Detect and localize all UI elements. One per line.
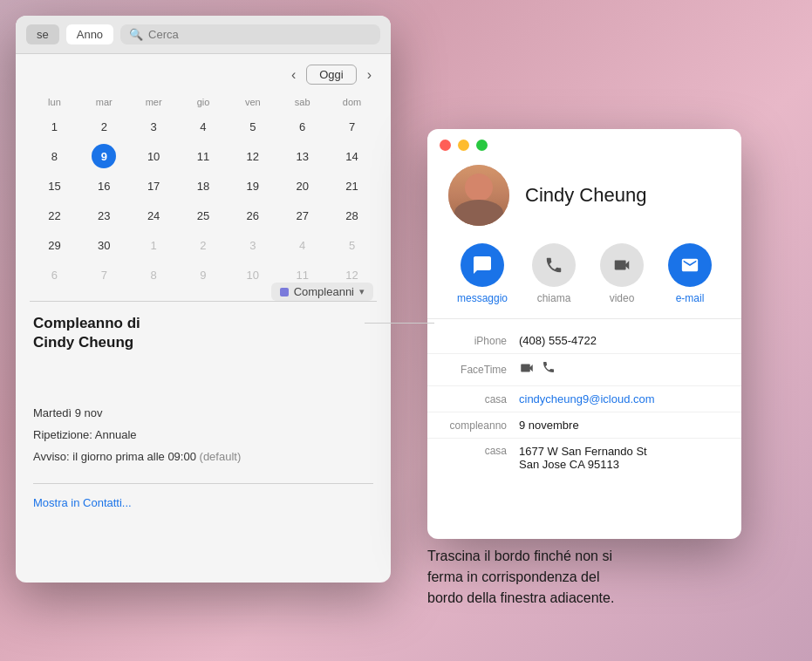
cal-day[interactable]: 12: [241, 144, 265, 168]
cal-day-other[interactable]: 9: [191, 262, 215, 287]
cal-day[interactable]: 23: [92, 203, 116, 228]
cal-day-other[interactable]: 1: [141, 233, 166, 257]
event-repeat: Ripetizione: Annuale: [33, 425, 373, 446]
nav-row: ‹ Oggi ›: [30, 65, 377, 85]
cal-day[interactable]: 7: [340, 114, 365, 139]
toolbar-tab-anno[interactable]: Anno: [66, 24, 113, 44]
cal-day[interactable]: 30: [92, 233, 116, 257]
cal-day[interactable]: 29: [42, 233, 66, 257]
detail-label-email: casa: [445, 393, 519, 405]
detail-row-facetime: FaceTime: [427, 354, 741, 386]
day-header-mar: mar: [79, 97, 129, 107]
cal-day-today[interactable]: 9: [92, 144, 116, 168]
event-date: Martedì 9 nov: [33, 403, 373, 425]
cal-day-other[interactable]: 4: [290, 233, 315, 257]
calendar-window: se Anno 🔍 ‹ Oggi › lun mar mer gio ven s…: [16, 16, 391, 583]
day-header-lun: lun: [30, 97, 79, 107]
detail-label-iphone: iPhone: [445, 335, 519, 347]
prev-month-button[interactable]: ‹: [286, 65, 301, 85]
calendar-grid: lun mar mer gio ven sab dom 1 2 3 4 5 6 …: [30, 97, 377, 289]
cal-day[interactable]: 11: [191, 144, 215, 168]
detail-value-address: 1677 W San Fernando St San Jose CA 95113: [519, 445, 724, 471]
event-badge[interactable]: Compleanni ▾: [271, 283, 373, 301]
call-button[interactable]: chiama: [532, 243, 576, 304]
cal-day[interactable]: 22: [42, 203, 66, 228]
cal-day[interactable]: 8: [42, 144, 66, 168]
email-label: e-mail: [676, 292, 705, 304]
cal-day-other[interactable]: 8: [141, 262, 166, 287]
contact-header: Cindy Cheung: [427, 158, 741, 243]
message-button[interactable]: messaggio: [457, 243, 508, 304]
calendar-week-5: 29 30 1 2 3 4 5: [30, 231, 377, 259]
cal-day[interactable]: 17: [141, 174, 166, 198]
cal-day[interactable]: 13: [290, 144, 315, 168]
cal-day-other[interactable]: 10: [241, 262, 265, 287]
event-divider: [33, 483, 373, 484]
cal-day[interactable]: 26: [241, 203, 265, 228]
video-button[interactable]: video: [600, 243, 644, 304]
day-header-gio: gio: [179, 97, 229, 107]
video-label: video: [610, 292, 635, 304]
calendar-week-4: 22 23 24 25 26 27 28: [30, 201, 377, 229]
avatar: [448, 165, 509, 226]
search-bar[interactable]: 🔍: [120, 24, 380, 44]
cal-day[interactable]: 18: [191, 174, 215, 198]
day-header-ven: ven: [228, 97, 277, 107]
cal-day[interactable]: 25: [191, 203, 215, 228]
action-buttons: messaggio chiama video: [427, 243, 741, 319]
day-header-dom: dom: [327, 97, 377, 107]
cal-day[interactable]: 10: [141, 144, 166, 168]
cal-day[interactable]: 4: [191, 114, 215, 139]
message-icon: [461, 243, 504, 287]
detail-value-email[interactable]: cindycheung9@icloud.com: [519, 392, 724, 405]
cal-day[interactable]: 28: [340, 203, 365, 228]
email-button[interactable]: e-mail: [668, 243, 712, 304]
event-section: Compleanno diCindy Cheung Compleanni ▾ M…: [30, 314, 377, 509]
calendar-week-1: 1 2 3 4 5 6 7: [30, 112, 377, 140]
calendar-week-3: 15 16 17 18 19 20 21: [30, 172, 377, 200]
cal-day[interactable]: 21: [340, 174, 365, 198]
facetime-audio-icon[interactable]: [542, 360, 556, 379]
call-label: chiama: [537, 292, 571, 304]
close-button[interactable]: [440, 140, 451, 151]
cal-day[interactable]: 20: [290, 174, 315, 198]
contact-window: Cindy Cheung messaggio chiama: [427, 129, 741, 539]
cal-day[interactable]: 5: [241, 114, 265, 139]
minimize-button[interactable]: [458, 140, 469, 151]
detail-value-birthday: 9 novembre: [519, 419, 724, 432]
cal-day[interactable]: 15: [42, 174, 66, 198]
cal-day[interactable]: 24: [141, 203, 166, 228]
calendar-header-row: lun mar mer gio ven sab dom: [30, 97, 377, 107]
day-header-mer: mer: [129, 97, 179, 107]
cal-day[interactable]: 6: [290, 114, 315, 139]
cal-day[interactable]: 14: [340, 144, 365, 168]
facetime-video-icon[interactable]: [519, 360, 535, 379]
cal-day-other[interactable]: 2: [191, 233, 215, 257]
next-month-button[interactable]: ›: [362, 65, 377, 85]
detail-row-address: casa 1677 W San Fernando St San Jose CA …: [427, 439, 741, 477]
show-in-contacts-link[interactable]: Mostra in Contatti...: [33, 496, 373, 509]
cal-day[interactable]: 16: [92, 174, 116, 198]
badge-dropdown-icon: ▾: [359, 286, 365, 297]
avatar-head: [465, 174, 493, 201]
toolbar-tab-se[interactable]: se: [26, 24, 59, 44]
caption-content: Trascina il bordo finché non si ferma in…: [427, 549, 614, 605]
cal-day-other[interactable]: 7: [92, 262, 116, 287]
cal-day[interactable]: 27: [290, 203, 315, 228]
calendar-week-2: 8 9 10 11 12 13 14: [30, 142, 377, 170]
connector-line: [365, 323, 434, 324]
event-default-label: (default): [200, 450, 242, 463]
event-notice: Avviso: il giorno prima alle 09:00 (defa…: [33, 446, 373, 468]
message-label: messaggio: [457, 292, 508, 304]
search-input[interactable]: [148, 28, 372, 41]
cal-day[interactable]: 2: [92, 114, 116, 139]
cal-day[interactable]: 19: [241, 174, 265, 198]
cal-day-other[interactable]: 6: [42, 262, 66, 287]
cal-day[interactable]: 3: [141, 114, 166, 139]
zoom-button[interactable]: [476, 140, 488, 151]
cal-day-other[interactable]: 5: [340, 233, 365, 257]
divider: [30, 301, 377, 302]
cal-day-other[interactable]: 3: [241, 233, 265, 257]
today-button[interactable]: Oggi: [306, 65, 356, 85]
cal-day[interactable]: 1: [42, 114, 66, 139]
